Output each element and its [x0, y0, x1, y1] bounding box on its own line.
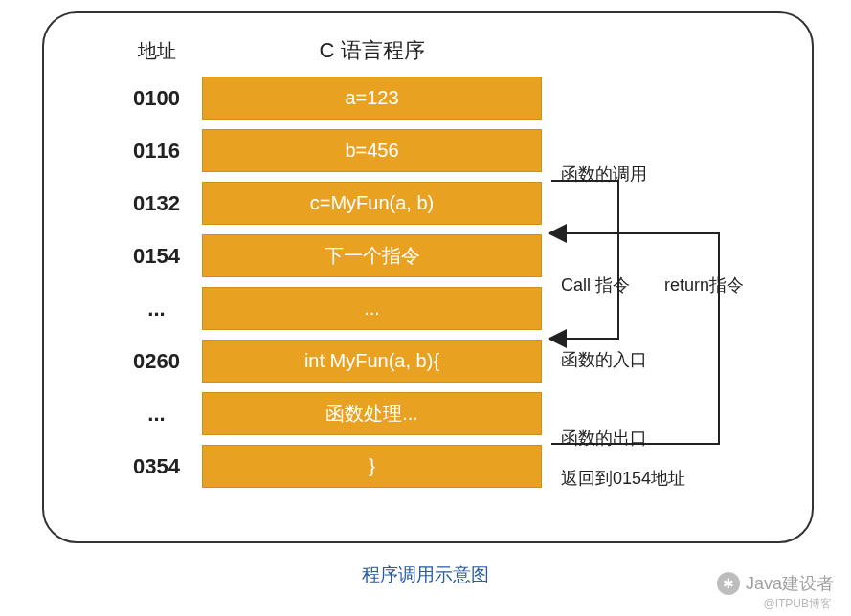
program-header: C 语言程序	[202, 36, 542, 65]
annotation-function-entry: 函数的入口	[561, 348, 647, 371]
code-bar: 函数处理...	[202, 392, 542, 435]
code-bar: a=123	[202, 77, 542, 120]
address-cell: 0260	[111, 349, 202, 374]
watermark: ✱ Java建设者	[717, 572, 834, 595]
code-bar: ...	[202, 287, 542, 330]
table-row: 0100 a=123	[111, 77, 542, 120]
code-bar: c=MyFun(a, b)	[202, 182, 542, 225]
code-bar: }	[202, 445, 542, 488]
address-cell: 0116	[111, 139, 202, 164]
table-row: 0354 }	[111, 445, 542, 488]
table-row: 0154 下一个指令	[111, 234, 542, 277]
annotation-call-of-function: 函数的调用	[561, 163, 647, 186]
code-bar: int MyFun(a, b){	[202, 340, 542, 383]
attribution-text: @ITPUB博客	[763, 596, 832, 612]
code-bar: b=456	[202, 129, 542, 172]
address-cell: 0100	[111, 86, 202, 111]
annotation-return-instruction: return指令	[664, 274, 744, 297]
address-cell: 0354	[111, 454, 202, 479]
address-cell: 0154	[111, 244, 202, 269]
table-row: 0132 c=MyFun(a, b)	[111, 182, 542, 225]
diagram-content: 地址 C 语言程序 0100 a=123 0116 b=456 0132 c=M…	[111, 36, 542, 497]
table-row: 0260 int MyFun(a, b){	[111, 340, 542, 383]
code-bar: 下一个指令	[202, 234, 542, 277]
annotation-return-to: 返回到0154地址	[561, 467, 685, 490]
watermark-text: Java建设者	[746, 572, 834, 595]
wechat-icon: ✱	[717, 572, 740, 595]
diagram-frame: 地址 C 语言程序 0100 a=123 0116 b=456 0132 c=M…	[42, 11, 814, 543]
address-cell: ...	[111, 402, 202, 427]
table-row: 0116 b=456	[111, 129, 542, 172]
annotation-layer: 函数的调用 Call 指令 return指令 函数的入口 函数的出口 返回到01…	[551, 71, 843, 539]
address-header: 地址	[111, 38, 202, 64]
table-row: ... 函数处理...	[111, 392, 542, 435]
table-row: ... ...	[111, 287, 542, 330]
header-row: 地址 C 语言程序	[111, 36, 542, 65]
annotation-function-exit: 函数的出口	[561, 427, 647, 450]
address-cell: 0132	[111, 191, 202, 216]
address-cell: ...	[111, 297, 202, 321]
annotation-call-instruction: Call 指令	[561, 274, 630, 297]
